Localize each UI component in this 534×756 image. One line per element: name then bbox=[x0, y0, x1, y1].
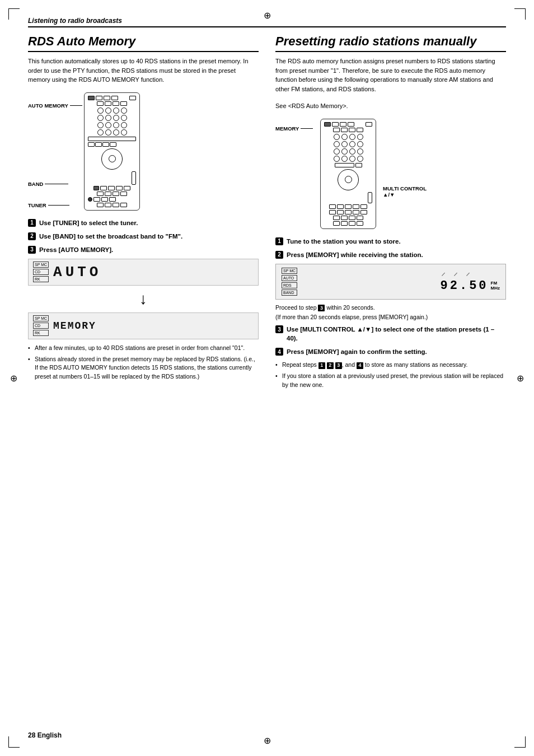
rem-r-btn-4 bbox=[348, 122, 354, 127]
rem-side-row bbox=[88, 171, 136, 185]
rem-r-strip-right bbox=[355, 163, 362, 167]
rem-r-circ-2 bbox=[341, 134, 348, 140]
rem-circ-14 bbox=[105, 129, 111, 136]
step-text-3: Press [AUTO MEMORY]. bbox=[39, 245, 113, 254]
step-ref-2: 2 bbox=[327, 362, 334, 369]
step-num-3: 3 bbox=[28, 246, 36, 254]
rem-side-strip bbox=[132, 171, 136, 185]
rem-btn-9 bbox=[120, 101, 127, 106]
step-text-r4: Press [MEMORY] again to confirm the sett… bbox=[287, 347, 427, 356]
if-more-text: (If more than 20 seconds elapse, press [… bbox=[275, 314, 506, 320]
rem-circ-13 bbox=[97, 129, 104, 136]
memory-line bbox=[301, 128, 313, 129]
rem-r-btn-6 bbox=[333, 128, 340, 132]
step-2-right: 2 Press [MEMORY] while receiving the sta… bbox=[275, 250, 506, 259]
step-ref-3: 3 bbox=[335, 362, 342, 369]
remote-body-right bbox=[320, 119, 376, 229]
rem-r-strip-area bbox=[324, 163, 372, 167]
step-1-right: 1 Tune to the station you want to store. bbox=[275, 237, 506, 246]
rem-r-circ-3 bbox=[349, 134, 355, 140]
rem-r-extra-row2 bbox=[324, 210, 372, 214]
rem-strip-1 bbox=[88, 137, 136, 141]
freq-unit: FMMHz bbox=[491, 281, 500, 291]
auto-memory-text: AUTO MEMORY bbox=[28, 102, 68, 109]
bullet-r2: If you store a station at a previously u… bbox=[275, 372, 506, 390]
freq-number: ⟋ ⟋ ⟋ 92.50 bbox=[441, 271, 489, 293]
lcd-label-rk2: RK bbox=[33, 330, 49, 336]
auto-memory-label: AUTO MEMORY bbox=[28, 102, 82, 109]
lcd-label-sp: SP MC bbox=[33, 262, 49, 268]
page-footer: 28 English bbox=[28, 731, 62, 739]
band-text: BAND bbox=[28, 181, 43, 187]
rem-r-side bbox=[324, 192, 372, 203]
freq-label-band: BAND bbox=[282, 290, 297, 296]
rem-r-e1-2 bbox=[337, 204, 344, 209]
remote-body-left bbox=[84, 92, 140, 211]
rem-r-e1-3 bbox=[345, 204, 352, 209]
main-content: RDS Auto Memory This function automatica… bbox=[28, 34, 506, 394]
rem-r-b1-3 bbox=[349, 216, 355, 220]
rem-r-bottom-row2 bbox=[324, 221, 372, 226]
step-ref-4: 4 bbox=[357, 362, 363, 369]
rem-r-circ-6 bbox=[341, 141, 348, 147]
bullet-list-left: After a few minutes, up to 40 RDS statio… bbox=[28, 344, 259, 381]
rem-r-circles-4 bbox=[324, 156, 372, 162]
lcd-side-labels-2: SP MC CD RK bbox=[33, 315, 49, 336]
lcd-label-cd: CD bbox=[33, 269, 49, 275]
lcd-auto-text: AUTO bbox=[53, 264, 101, 281]
rem-r-circ-5 bbox=[334, 141, 340, 147]
left-column: RDS Auto Memory This function automatica… bbox=[28, 34, 259, 394]
rem-band-row2 bbox=[88, 192, 136, 196]
corner-mark-br bbox=[514, 736, 526, 748]
crosshair-left: ⊕ bbox=[10, 373, 17, 384]
rem-r-e2-1 bbox=[329, 210, 336, 214]
rem-r-btn-5 bbox=[366, 122, 372, 127]
rem-circ-7 bbox=[113, 115, 119, 121]
rem-band-btn-4 bbox=[116, 186, 123, 190]
lcd-top: SP MC CD RK AUTO bbox=[28, 259, 259, 286]
rem-tuner-btn-1 bbox=[93, 197, 100, 202]
rem-bottom-btn-3 bbox=[113, 203, 119, 207]
lcd-bottom: SP MC CD RK MEMORY bbox=[28, 312, 259, 339]
rem-circles-2 bbox=[88, 115, 136, 121]
rem-mid-row bbox=[88, 142, 136, 147]
left-section-title: RDS Auto Memory bbox=[28, 34, 259, 52]
bullet-2: Stations already stored in the preset me… bbox=[28, 355, 259, 381]
rem-r-b1-1 bbox=[333, 216, 340, 220]
rem-r-b1-4 bbox=[357, 216, 363, 220]
rem-bottom-btn-2 bbox=[105, 203, 111, 207]
lcd-side-labels: SP MC CD RK bbox=[33, 262, 49, 282]
rem-btn-1 bbox=[88, 96, 95, 100]
rem-r-btn-7 bbox=[341, 128, 348, 132]
band-label: BAND bbox=[28, 181, 68, 187]
rem-wheel-left bbox=[101, 148, 123, 170]
rem-r-b1-2 bbox=[341, 216, 348, 220]
multi-control-arrows: ▲/▼ bbox=[383, 192, 395, 198]
rem-mid-btn-4 bbox=[110, 142, 116, 147]
rem-circ-2 bbox=[105, 108, 111, 114]
right-intro: The RDS auto memory function assigns pre… bbox=[275, 57, 506, 94]
step-num-r1: 1 bbox=[275, 237, 283, 245]
rem-r-circ-15 bbox=[349, 156, 355, 162]
lcd-label-cd2: CD bbox=[33, 323, 49, 329]
rem-circ-6 bbox=[105, 115, 111, 121]
rem-r-e2-3 bbox=[345, 210, 352, 214]
rem-btn-2 bbox=[96, 96, 102, 100]
crosshair-top: ⊕ bbox=[264, 10, 271, 21]
lcd-area-bottom: SP MC CD RK MEMORY bbox=[28, 312, 259, 339]
rem-circ-11 bbox=[113, 122, 119, 128]
rem-btn-5 bbox=[129, 96, 136, 100]
rem-r-circ-7 bbox=[349, 141, 355, 147]
right-see-also: See <RDS Auto Memory>. bbox=[275, 101, 506, 111]
freq-label-auto: AUTO bbox=[282, 275, 297, 281]
rem-circ-1 bbox=[97, 108, 104, 114]
freq-main: ⟋ ⟋ ⟋ 92.50 FMMHz bbox=[301, 271, 500, 293]
step-ref-1: 1 bbox=[318, 362, 325, 369]
rem-btn-7 bbox=[105, 101, 111, 106]
crosshair-bottom: ⊕ bbox=[264, 735, 271, 746]
rem-r-e2-4 bbox=[353, 210, 359, 214]
lcd-label-sp2: SP MC bbox=[33, 315, 49, 321]
rem-r-btn-8 bbox=[349, 128, 355, 132]
rem-tuner-row bbox=[88, 197, 136, 202]
rem-circ-4 bbox=[121, 108, 127, 114]
